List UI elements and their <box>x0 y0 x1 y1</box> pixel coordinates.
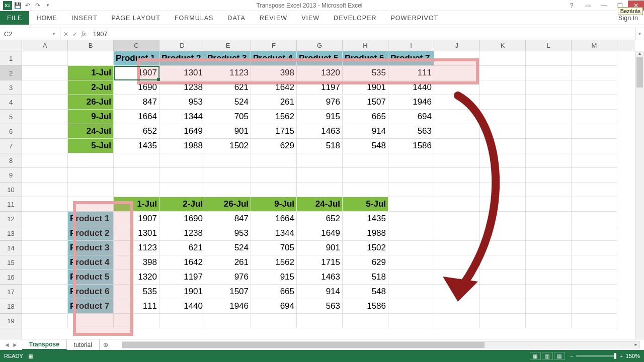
cell[interactable]: 1586 <box>388 139 434 153</box>
cell[interactable]: 1664 <box>251 212 297 226</box>
cell[interactable] <box>388 255 434 270</box>
cell[interactable]: 847 <box>114 95 159 110</box>
cell[interactable] <box>434 124 480 139</box>
cell[interactable]: 563 <box>388 124 434 139</box>
cell[interactable] <box>68 183 114 197</box>
cell[interactable]: 261 <box>251 95 297 110</box>
cell[interactable] <box>480 212 526 226</box>
cell[interactable] <box>297 168 343 183</box>
cell[interactable]: 652 <box>297 212 343 226</box>
cell[interactable] <box>572 153 617 168</box>
cell[interactable]: 1-Jul <box>114 197 159 212</box>
cell[interactable]: 1344 <box>251 226 297 241</box>
cell[interactable]: 976 <box>205 270 251 285</box>
cell[interactable] <box>572 285 617 299</box>
cell[interactable] <box>572 51 617 66</box>
view-page-break-button[interactable]: ▤ <box>554 352 565 360</box>
cell[interactable]: 1507 <box>205 285 251 299</box>
cell[interactable] <box>68 197 114 212</box>
cell[interactable] <box>434 241 480 255</box>
cell[interactable] <box>572 110 617 124</box>
tab-file[interactable]: FILE <box>0 11 29 25</box>
cell[interactable] <box>388 285 434 299</box>
tab-home[interactable]: HOME <box>29 11 64 25</box>
cell[interactable] <box>388 212 434 226</box>
zoom-in-button[interactable]: + <box>619 353 622 359</box>
column-header-G[interactable]: G <box>297 40 343 51</box>
cell[interactable] <box>480 51 526 66</box>
cell[interactable] <box>343 168 388 183</box>
row-header-18[interactable]: 18 <box>0 299 22 314</box>
cell[interactable] <box>22 241 68 255</box>
cell[interactable] <box>434 197 480 212</box>
cell[interactable] <box>434 95 480 110</box>
cell[interactable] <box>526 95 572 110</box>
row-header-10[interactable]: 10 <box>0 183 22 197</box>
cell[interactable]: 5-Jul <box>68 139 114 153</box>
formula-bar[interactable]: 1907 <box>89 30 635 38</box>
cell[interactable]: 111 <box>388 66 434 80</box>
cell[interactable] <box>22 285 68 299</box>
cell[interactable] <box>114 314 159 328</box>
cell[interactable] <box>572 80 617 95</box>
row-header-4[interactable]: 4 <box>0 95 22 110</box>
cell[interactable]: 1320 <box>114 270 159 285</box>
cell[interactable]: 629 <box>251 139 297 153</box>
cell[interactable] <box>434 255 480 270</box>
cell[interactable] <box>526 124 572 139</box>
macro-record-icon[interactable]: ▦ <box>28 353 33 359</box>
expand-formula-bar-icon[interactable]: ▼ <box>635 28 644 40</box>
save-icon[interactable]: 💾 <box>13 1 22 10</box>
column-header-L[interactable]: L <box>526 40 572 51</box>
cell[interactable] <box>572 197 617 212</box>
row-header-14[interactable]: 14 <box>0 241 22 255</box>
minimize-button[interactable]: — <box>596 1 612 11</box>
cell[interactable]: 953 <box>159 95 205 110</box>
cell[interactable] <box>572 299 617 314</box>
cell[interactable]: 1238 <box>159 226 205 241</box>
cell[interactable] <box>205 183 251 197</box>
cell[interactable] <box>526 183 572 197</box>
cell[interactable] <box>159 168 205 183</box>
cell[interactable]: 705 <box>251 241 297 255</box>
tab-page-layout[interactable]: PAGE LAYOUT <box>105 11 168 25</box>
cell[interactable]: 915 <box>251 270 297 285</box>
select-all-corner[interactable] <box>0 40 22 51</box>
cell[interactable]: 1502 <box>205 139 251 153</box>
cell[interactable]: 9-Jul <box>68 110 114 124</box>
cell[interactable] <box>388 183 434 197</box>
cell[interactable]: 1586 <box>343 299 388 314</box>
cell[interactable]: Product 4 <box>68 255 114 270</box>
cell[interactable] <box>22 66 68 80</box>
cell[interactable] <box>251 168 297 183</box>
cell[interactable]: 1123 <box>114 241 159 255</box>
cell[interactable]: Product 3 <box>68 241 114 255</box>
cell[interactable]: 1649 <box>159 124 205 139</box>
horizontal-scrollbar[interactable]: ◄► <box>122 341 640 348</box>
cell[interactable] <box>572 95 617 110</box>
cell[interactable] <box>480 241 526 255</box>
row-header-15[interactable]: 15 <box>0 255 22 270</box>
cell[interactable]: 548 <box>343 285 388 299</box>
cell[interactable]: 1320 <box>297 66 343 80</box>
undo-icon[interactable]: ↶ <box>23 1 32 10</box>
cell[interactable]: 914 <box>297 285 343 299</box>
ribbon-options-button[interactable]: ▭ <box>580 1 596 11</box>
cell[interactable] <box>343 183 388 197</box>
cell[interactable]: 1301 <box>114 226 159 241</box>
cell[interactable] <box>388 226 434 241</box>
tab-view[interactable]: VIEW <box>294 11 327 25</box>
column-header-D[interactable]: D <box>159 40 205 51</box>
cell[interactable] <box>526 285 572 299</box>
cell[interactable] <box>526 51 572 66</box>
cell[interactable]: 261 <box>205 255 251 270</box>
zoom-slider[interactable] <box>576 355 616 357</box>
row-header-9[interactable]: 9 <box>0 168 22 183</box>
tab-powerpivot[interactable]: POWERPIVOT <box>384 11 446 25</box>
row-header-3[interactable]: 3 <box>0 80 22 95</box>
cell[interactable] <box>22 80 68 95</box>
cell[interactable]: 1642 <box>159 255 205 270</box>
cell[interactable] <box>434 299 480 314</box>
cell[interactable]: 1507 <box>343 95 388 110</box>
cell[interactable] <box>434 66 480 80</box>
